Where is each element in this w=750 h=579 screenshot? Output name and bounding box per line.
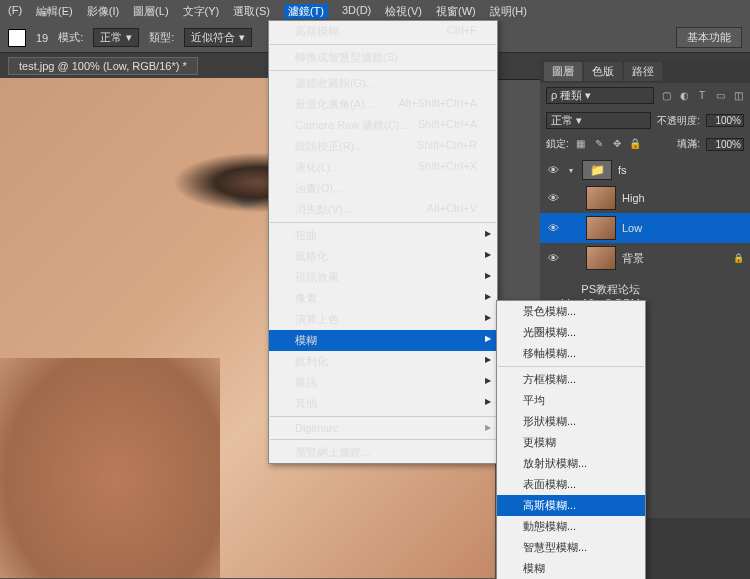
menu-item[interactable]: 液化(L)...Shift+Ctrl+X — [269, 157, 497, 178]
visibility-icon[interactable]: 👁 — [546, 252, 560, 264]
layer-kind-filter[interactable]: ρ 種類 ▾ — [546, 87, 654, 104]
menu-item[interactable]: 高斯模糊Ctrl+F — [269, 21, 497, 42]
blend-mode[interactable]: 正常 ▾ — [546, 112, 651, 129]
menu-item[interactable]: 最適化廣角(A)...Alt+Shift+Ctrl+A — [269, 94, 497, 115]
blur-submenu: 景色模糊...光圈模糊...移軸模糊...方框模糊...平均形狀模糊...更模糊… — [496, 300, 646, 579]
menu-item[interactable]: 像素 — [269, 288, 497, 309]
visibility-icon[interactable]: 👁 — [546, 192, 560, 204]
menu-item[interactable]: 視窗(W) — [436, 4, 476, 19]
menu-item[interactable]: 瀏覽網上濾鏡... — [269, 442, 497, 463]
layer-name: 背景 — [622, 251, 644, 266]
type-select[interactable]: 近似符合▾ — [184, 28, 252, 47]
fill-label: 填滿: — [677, 137, 700, 151]
filter-image-icon[interactable]: ▢ — [660, 90, 672, 102]
menu-item[interactable]: 說明(H) — [490, 4, 527, 19]
layer-thumbnail — [586, 246, 616, 270]
submenu-item[interactable]: 形狀模糊... — [497, 411, 645, 432]
menu-item[interactable]: 雜訊 — [269, 372, 497, 393]
lock-all-icon[interactable]: 🔒 — [629, 138, 641, 150]
menu-item[interactable]: 檢視(V) — [385, 4, 422, 19]
filter-type-icon[interactable]: T — [696, 90, 708, 102]
menu-item[interactable]: 鏡頭校正(R)...Shift+Ctrl+R — [269, 136, 497, 157]
menu-item[interactable]: 編輯(E) — [36, 4, 73, 19]
filter-shape-icon[interactable]: ▭ — [714, 90, 726, 102]
layer-row[interactable]: 👁Low — [540, 213, 750, 243]
menu-item: 濾鏡收藏館(G)... — [269, 73, 497, 94]
lock-label: 鎖定: — [546, 137, 569, 151]
menu-item[interactable]: 影像(I) — [87, 4, 119, 19]
menu-item[interactable]: 風格化 — [269, 246, 497, 267]
menu-item[interactable]: 圖層(L) — [133, 4, 168, 19]
submenu-item[interactable]: 表面模糊... — [497, 474, 645, 495]
menu-item[interactable]: 演算上色 — [269, 309, 497, 330]
menu-item[interactable]: Camera Raw 濾鏡(C)...Shift+Ctrl+A — [269, 115, 497, 136]
layer-name: High — [622, 192, 645, 204]
panel-tab[interactable]: 色版 — [584, 62, 622, 81]
submenu-item[interactable]: 放射狀模糊... — [497, 453, 645, 474]
submenu-item[interactable]: 高斯模糊... — [497, 495, 645, 516]
type-label: 類型: — [149, 30, 174, 45]
lock-trans-icon[interactable]: ▦ — [575, 138, 587, 150]
submenu-item[interactable]: 方框模糊... — [497, 369, 645, 390]
panel-tabs: 圖層色版路徑 — [540, 60, 750, 83]
lock-pixel-icon[interactable]: ✎ — [593, 138, 605, 150]
menu-item[interactable]: (F) — [8, 4, 22, 19]
layer-row[interactable]: 👁▾📁fs — [540, 157, 750, 183]
panel-tab[interactable]: 圖層 — [544, 62, 582, 81]
menu-item[interactable]: 消失點(V)...Alt+Ctrl+V — [269, 199, 497, 220]
menu-item[interactable]: 選取(S) — [233, 4, 270, 19]
submenu-item[interactable]: 移軸模糊... — [497, 343, 645, 364]
menu-item[interactable]: 模糊 — [269, 330, 497, 351]
opacity-label: 不透明度: — [657, 114, 700, 128]
folder-icon: 📁 — [582, 160, 612, 180]
lock-pos-icon[interactable]: ✥ — [611, 138, 623, 150]
menu-item[interactable]: 油畫(O)... — [269, 178, 497, 199]
submenu-item[interactable]: 動態模糊... — [497, 516, 645, 537]
layer-name: fs — [618, 164, 627, 176]
menu-item[interactable]: 濾鏡(T) — [284, 4, 328, 19]
layer-row[interactable]: 👁背景🔒 — [540, 243, 750, 273]
submenu-item[interactable]: 平均 — [497, 390, 645, 411]
menu-item[interactable]: 文字(Y) — [183, 4, 220, 19]
menu-item[interactable]: 視訊效果 — [269, 267, 497, 288]
workspace-basic[interactable]: 基本功能 — [676, 27, 742, 48]
foreground-swatch[interactable] — [8, 29, 26, 47]
layers-list: 👁▾📁fs👁High👁Low👁背景🔒 — [540, 155, 750, 275]
menu-item: Digimarc — [269, 419, 497, 437]
layer-name: Low — [622, 222, 642, 234]
submenu-item[interactable]: 模糊 — [497, 558, 645, 579]
mode-label: 模式: — [58, 30, 83, 45]
filter-smart-icon[interactable]: ◫ — [732, 90, 744, 102]
menu-item[interactable]: 銳利化 — [269, 351, 497, 372]
menu-item[interactable]: 其他 — [269, 393, 497, 414]
visibility-icon[interactable]: 👁 — [546, 222, 560, 234]
submenu-item[interactable]: 景色模糊... — [497, 301, 645, 322]
lock-icon: 🔒 — [733, 253, 744, 263]
menu-item[interactable]: 3D(D) — [342, 4, 371, 19]
submenu-item[interactable]: 更模糊 — [497, 432, 645, 453]
sample-size: 19 — [36, 32, 48, 44]
document-tab[interactable]: test.jpg @ 100% (Low, RGB/16*) * — [8, 57, 198, 75]
layer-thumbnail — [586, 186, 616, 210]
menu-item[interactable]: 扭曲 — [269, 225, 497, 246]
panel-tab[interactable]: 路徑 — [624, 62, 662, 81]
layer-thumbnail — [586, 216, 616, 240]
submenu-item[interactable]: 光圈模糊... — [497, 322, 645, 343]
filter-adjust-icon[interactable]: ◐ — [678, 90, 690, 102]
layer-row[interactable]: 👁High — [540, 183, 750, 213]
filter-menu: 高斯模糊Ctrl+F轉換成智慧型濾鏡(S)濾鏡收藏館(G)...最適化廣角(A)… — [268, 20, 498, 464]
submenu-item[interactable]: 智慧型模糊... — [497, 537, 645, 558]
opacity-value[interactable]: 100% — [706, 114, 744, 127]
mode-select[interactable]: 正常▾ — [93, 28, 139, 47]
menu-item[interactable]: 轉換成智慧型濾鏡(S) — [269, 47, 497, 68]
fill-value[interactable]: 100% — [706, 138, 744, 151]
visibility-icon[interactable]: 👁 — [546, 164, 560, 176]
